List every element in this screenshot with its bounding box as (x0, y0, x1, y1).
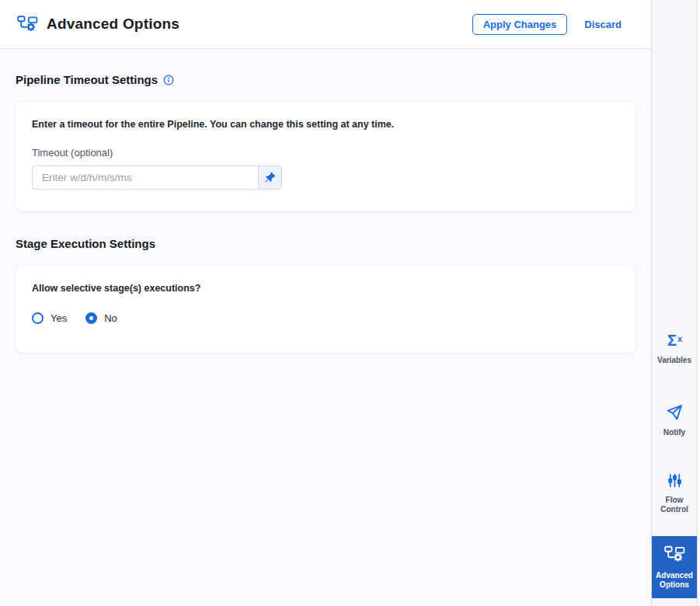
info-icon[interactable] (163, 75, 174, 85)
main-panel: Advanced Options Apply Changes Discard P… (0, 0, 651, 606)
pipeline-timeout-heading: Pipeline Timeout Settings (16, 73, 636, 86)
radio-no-circle[interactable] (85, 312, 97, 324)
sidebar-label-variables: Variables (652, 356, 697, 365)
pin-button[interactable] (258, 165, 282, 190)
sidebar-item-advanced-options[interactable]: Advanced Options (652, 536, 697, 598)
pipeline-gear-icon (17, 15, 38, 34)
timeout-field-label: Timeout (optional) (32, 147, 619, 158)
timeout-input-group (32, 165, 282, 190)
right-toolbar: Σx Variables Notify Flow Control (651, 0, 698, 606)
timeout-description: Enter a timeout for the entire Pipeline.… (32, 119, 619, 130)
panel-header: Advanced Options Apply Changes Discard (0, 0, 651, 49)
selective-execution-radio-group: Yes No (32, 312, 619, 324)
stage-execution-card: Allow selective stage(s) executions? Yes… (16, 266, 636, 353)
sidebar-item-notify[interactable]: Notify (652, 402, 697, 437)
settings-content: Pipeline Timeout Settings Enter a timeou… (0, 49, 651, 606)
stage-execution-heading: Stage Execution Settings (16, 237, 636, 250)
pin-icon (264, 172, 276, 183)
sidebar-item-flow-control[interactable]: Flow Control (652, 470, 697, 514)
sidebar-label-flow-control: Flow Control (652, 496, 697, 514)
radio-option-yes[interactable]: Yes (32, 312, 67, 324)
discard-link[interactable]: Discard (584, 19, 622, 30)
stage-execution-heading-text: Stage Execution Settings (16, 237, 155, 250)
radio-yes-circle[interactable] (32, 312, 44, 324)
sidebar-item-variables[interactable]: Σx Variables (652, 330, 697, 365)
sigma-x-icon: Σx (652, 330, 697, 350)
sidebar-label-advanced-options: Advanced Options (652, 571, 697, 590)
pipeline-gear-icon (664, 545, 685, 565)
paper-plane-icon (652, 402, 697, 423)
pipeline-timeout-heading-text: Pipeline Timeout Settings (16, 73, 158, 86)
radio-no-label: No (104, 312, 117, 324)
sidebar-label-notify: Notify (652, 428, 697, 437)
apply-changes-button[interactable]: Apply Changes (472, 14, 568, 35)
page-title: Advanced Options (47, 16, 179, 33)
sliders-icon (652, 470, 697, 490)
selective-execution-question: Allow selective stage(s) executions? (32, 283, 619, 294)
radio-yes-label: Yes (50, 312, 67, 324)
timeout-input[interactable] (32, 165, 258, 190)
pipeline-timeout-card: Enter a timeout for the entire Pipeline.… (16, 102, 636, 211)
radio-option-no[interactable]: No (85, 312, 117, 324)
